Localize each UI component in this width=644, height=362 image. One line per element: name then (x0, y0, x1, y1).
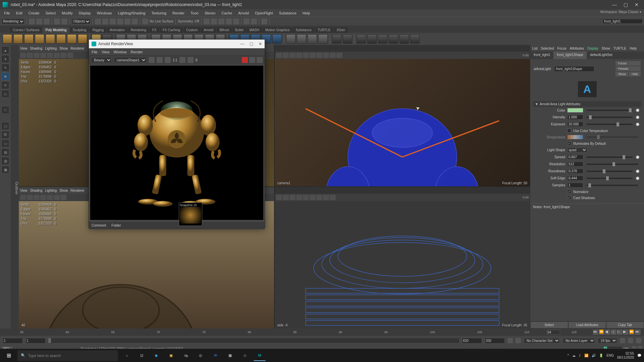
ae-samples-field[interactable] (567, 183, 583, 188)
hypershade-icon[interactable] (226, 18, 232, 24)
vp-icon[interactable] (47, 53, 53, 58)
layout-persp-icon[interactable]: ▥ (1, 157, 9, 165)
set-key-icon[interactable] (507, 338, 513, 343)
store-icon[interactable]: 🛍 (180, 350, 192, 361)
vp-icon[interactable] (296, 53, 302, 58)
vp-icon[interactable] (310, 195, 316, 200)
paint-select-icon[interactable]: ✎ (1, 64, 9, 72)
shelf-poly-sphere-icon[interactable] (3, 34, 12, 44)
prefs-icon[interactable] (636, 338, 641, 343)
ae-res-slider[interactable] (587, 164, 638, 165)
layout-graph-icon[interactable]: ▦ (1, 166, 9, 174)
ae-shape-select[interactable]: quad (567, 147, 587, 153)
tray-onedrive-icon[interactable]: ☁ (572, 354, 576, 357)
snap-grid-icon[interactable] (95, 18, 101, 24)
ae-attributes[interactable]: Attributes (570, 47, 584, 50)
playblast-icon[interactable] (244, 18, 250, 24)
shelf-tab-sculpting[interactable]: Sculpting (70, 27, 89, 33)
ae-illum-checkbox[interactable] (567, 141, 571, 145)
shelf-tab-rigging[interactable]: Rigging (90, 27, 106, 33)
shelf-tab-turtle[interactable]: TURTLE (315, 27, 333, 33)
ae-node-name-field[interactable] (554, 66, 594, 72)
layout-two-icon[interactable]: ▭ (1, 139, 9, 147)
vp-icon[interactable] (303, 195, 309, 200)
rv-stop-icon[interactable] (157, 57, 163, 63)
snap-plane-icon[interactable] (117, 18, 123, 24)
ae-map-icon[interactable] (636, 123, 639, 126)
vp-icon[interactable] (40, 195, 46, 200)
shelf-delete-edge-icon[interactable] (286, 34, 296, 44)
menu-select[interactable]: Select (43, 10, 59, 16)
rv-comment-label[interactable]: Comment (92, 224, 106, 227)
shelf-poly-disc-icon[interactable] (67, 34, 76, 44)
redo-icon[interactable] (61, 18, 67, 24)
ae-select-button[interactable]: Select (530, 321, 568, 328)
vp-icon[interactable] (296, 195, 302, 200)
ae-focus-button[interactable]: Focus (615, 61, 641, 66)
vp-icon[interactable] (316, 53, 322, 58)
vp-shading[interactable]: Shading (30, 47, 43, 50)
tray-battery-icon[interactable]: 🔋 (599, 354, 603, 357)
play-end-icon[interactable]: ⏭ (635, 329, 641, 335)
step-back-icon[interactable]: ◀ (605, 329, 610, 335)
ae-tab-transform[interactable]: front_light1 (530, 52, 553, 59)
ae-exposure-slider[interactable] (587, 124, 633, 125)
vp-icon[interactable] (20, 53, 26, 58)
shelf-tab-xgen[interactable]: XGen (334, 27, 348, 33)
vp-renderer[interactable]: Renderer (70, 47, 85, 50)
playback-end-field[interactable] (462, 338, 482, 344)
menu-arnold[interactable]: Arnold (235, 10, 252, 16)
scale-tool-icon[interactable]: ◇ (1, 90, 9, 98)
ae-soft-field[interactable] (567, 176, 583, 181)
toggle-icon[interactable] (251, 18, 257, 24)
notifications-icon[interactable]: 💬 (637, 354, 641, 357)
ae-hide-button[interactable]: Hide (629, 72, 641, 76)
vp-icon[interactable] (20, 195, 26, 200)
vp-icon[interactable] (34, 53, 40, 58)
shelf-platonic-icon[interactable] (78, 34, 87, 44)
tray-lang[interactable]: ENG (606, 354, 614, 357)
ae-color-swatch[interactable] (567, 108, 583, 113)
render-icon[interactable] (204, 18, 210, 24)
shelf-tab-arnold[interactable]: Arnold (201, 27, 216, 33)
snap-curve-icon[interactable] (102, 18, 108, 24)
shelf-tab-custom[interactable]: Custom (183, 27, 200, 33)
menu-render[interactable]: Render (170, 10, 187, 16)
ae-round-slider[interactable] (587, 171, 633, 172)
vp-icon[interactable] (27, 53, 33, 58)
animlayer-select[interactable]: No Anim Layer (562, 338, 595, 344)
vp-view[interactable]: View (20, 189, 28, 192)
sound-icon[interactable] (620, 338, 625, 343)
ae-spread-slider[interactable] (587, 157, 633, 158)
vp-icon[interactable] (60, 53, 66, 58)
current-frame-field[interactable] (547, 330, 560, 335)
vp-icon[interactable] (330, 195, 336, 200)
ae-soft-slider[interactable] (587, 178, 633, 179)
rotate-tool-icon[interactable]: ⟳ (1, 81, 9, 89)
ae-map-icon[interactable] (636, 177, 639, 180)
rv-view[interactable]: View (102, 50, 110, 54)
shelf-quadrangulate-icon[interactable] (343, 34, 352, 44)
app-icon-2[interactable]: ◇ (239, 350, 251, 361)
vp-show[interactable]: Show (59, 189, 68, 192)
vp-icon[interactable] (323, 53, 329, 58)
shelf-edge-flow-icon[interactable] (272, 34, 282, 44)
tray-chevron-icon[interactable]: ^ (568, 354, 569, 357)
rv-zoom-fit-icon[interactable] (179, 57, 185, 63)
explorer-icon[interactable]: ▣ (165, 350, 177, 361)
rv-save-icon[interactable] (249, 57, 255, 63)
shelf-tab-bullet[interactable]: Bullet (232, 27, 246, 33)
xgen-icon[interactable] (261, 18, 267, 24)
menu-stereo[interactable]: Stereo (202, 10, 218, 16)
shelf-tab-motion[interactable]: Motion Graphics (263, 27, 292, 33)
ae-usetemp-checkbox[interactable] (567, 129, 571, 133)
rv-crop-icon[interactable] (187, 57, 194, 63)
ae-list[interactable]: List (532, 47, 538, 50)
vp-shading[interactable]: Shading (30, 189, 43, 192)
rv-settings-icon[interactable] (257, 57, 263, 63)
ae-map-icon[interactable] (636, 116, 639, 119)
ae-color-picker-icon[interactable] (636, 109, 639, 112)
autokey-icon[interactable] (516, 338, 521, 343)
step-back-key-icon[interactable]: ⏪ (599, 329, 604, 335)
ae-load-button[interactable]: Load Attributes (568, 321, 606, 328)
